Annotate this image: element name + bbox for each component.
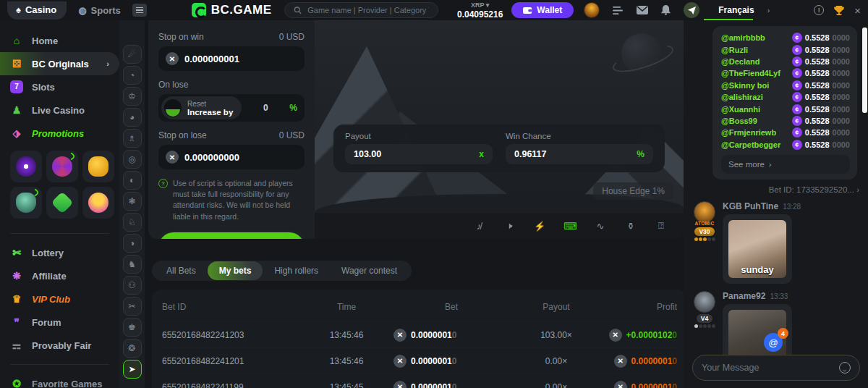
- music-off-icon[interactable]: ♪̸: [472, 221, 485, 232]
- balance-display[interactable]: XRP ▾ 0.04095216: [457, 2, 503, 19]
- increase-by-option[interactable]: Increase by: [187, 108, 233, 117]
- game-shortcut-icon[interactable]: ✂: [123, 297, 142, 316]
- winner-row[interactable]: @Boss99¢0.55280000: [721, 115, 850, 127]
- winner-row[interactable]: @Carpetbegger¢0.55280000: [721, 139, 850, 151]
- chat-username[interactable]: KGB PuhTine: [723, 201, 778, 211]
- sidebar-item-affiliate[interactable]: ❋ Affiliate: [0, 264, 119, 287]
- game-shortcut-icon[interactable]: ♘: [123, 213, 142, 232]
- see-more-button[interactable]: See more ›: [721, 155, 850, 174]
- stop-on-win-input[interactable]: ✕ 0.000000001: [158, 46, 305, 71]
- search-bar[interactable]: [284, 2, 438, 18]
- winner-row[interactable]: @alishirazi¢0.55280000: [721, 91, 850, 103]
- game-shortcut-icon[interactable]: ◔: [123, 66, 142, 85]
- menu-icon[interactable]: [132, 4, 147, 17]
- sidebar-item-lottery[interactable]: ✄ Lottery: [0, 241, 119, 264]
- game-shortcut-icon[interactable]: ❃: [123, 192, 142, 211]
- stats-curve-icon[interactable]: ∿: [594, 221, 607, 232]
- wallet-button[interactable]: Wallet: [511, 2, 574, 18]
- promo-spin-tile[interactable]: [10, 151, 42, 182]
- tab-wager-contest[interactable]: Wager contest: [330, 261, 409, 281]
- bet-id-link[interactable]: Bet ID: 17335292520... ›: [694, 185, 859, 194]
- trophy-icon[interactable]: [834, 6, 844, 15]
- table-row[interactable]: 65520168482241199 13:45:45 ✕0.00000010 0…: [162, 374, 677, 388]
- sidebar-item-provably-fair[interactable]: ⚎ Provably Fair: [0, 334, 119, 357]
- winner-row[interactable]: @TheFiend4Lyf¢0.55280000: [721, 67, 850, 79]
- mention-button[interactable]: @ 4: [764, 333, 783, 352]
- user-avatar[interactable]: [584, 2, 600, 18]
- sidebar-item-home[interactable]: ⌂ Home: [0, 29, 119, 52]
- sidebar-item-promotions[interactable]: ⬗ Promotions: [0, 122, 119, 145]
- promo-wheel-tile[interactable]: [46, 151, 78, 182]
- tab-casino[interactable]: ♠ Casino: [7, 1, 67, 20]
- chat-room-language[interactable]: Français: [718, 5, 754, 15]
- game-shortcut-icon[interactable]: ♞: [123, 255, 142, 274]
- search-input[interactable]: [307, 6, 429, 14]
- sidebar-item-vip-club[interactable]: ♛ VIP Club: [0, 287, 119, 311]
- gif-image[interactable]: sunday: [728, 220, 786, 278]
- game-shortcut-icon[interactable]: ☄: [123, 45, 142, 64]
- reset-option[interactable]: Reset: [187, 100, 233, 108]
- sidebar-item-favorite-games[interactable]: ✪ Favorite Games: [0, 372, 119, 388]
- chat-rules-icon[interactable]: !: [814, 5, 824, 15]
- game-shortcut-icon[interactable]: ◐: [123, 171, 142, 190]
- sidebar-item-slots[interactable]: 7 Slots: [0, 75, 119, 98]
- avatar[interactable]: [694, 201, 715, 223]
- game-shortcut-icon[interactable]: ♔: [123, 87, 142, 106]
- emoji-icon[interactable]: [839, 362, 851, 374]
- sound-off-icon[interactable]: 🕨: [503, 220, 516, 232]
- tab-my-bets[interactable]: My bets: [208, 261, 263, 280]
- help-icon[interactable]: ⍰: [655, 220, 668, 232]
- seed-trash-icon[interactable]: ⚱: [624, 221, 637, 232]
- sidebar-item-live-casino[interactable]: ♟ Live Casino: [0, 98, 119, 122]
- game-shortcut-icon[interactable]: ♗: [123, 129, 142, 148]
- game-shortcut-icon[interactable]: ❂: [123, 339, 142, 358]
- winner-row[interactable]: @Frmjenriewb¢0.55280000: [721, 127, 850, 138]
- sidebar-item-forum[interactable]: ❞ Forum: [0, 311, 119, 334]
- tab-sports[interactable]: ◍ Sports: [78, 5, 121, 16]
- chat-toggle-icon[interactable]: [684, 2, 699, 18]
- promo-tag-tile[interactable]: [46, 187, 78, 219]
- table-row[interactable]: 65520168482241201 13:45:46 ✕0.00000010 0…: [162, 347, 677, 374]
- win-chance-input[interactable]: 0.96117 %: [506, 144, 653, 164]
- payout-x-icon[interactable]: x: [479, 149, 484, 159]
- game-shortcut-icon[interactable]: ◑: [123, 234, 142, 253]
- stop-on-lose-input[interactable]: ✕ 0.000000000: [158, 145, 305, 169]
- on-lose-value-input[interactable]: 0: [242, 103, 289, 113]
- winner-row[interactable]: @amirbbbb¢0.55280000: [721, 32, 850, 43]
- game-shortcut-rocket-icon[interactable]: ➤: [123, 360, 142, 379]
- game-shortcut-icon[interactable]: ♚: [123, 318, 142, 337]
- reset-increase-toggle[interactable]: Reset Increase by: [161, 96, 242, 119]
- winner-row[interactable]: @Skinny boi¢0.55280000: [721, 80, 850, 91]
- game-shortcut-icon[interactable]: ⚇: [123, 276, 142, 295]
- vip-progress-icon[interactable]: [613, 6, 624, 15]
- sidebar-item-bc-originals[interactable]: ⚄ BC Originals ›: [0, 52, 119, 75]
- winner-row[interactable]: @Xuannhi¢0.55280000: [721, 103, 850, 114]
- chat-input-bar: [692, 355, 860, 381]
- chat-scrollbar[interactable]: [862, 28, 867, 113]
- start-auto-bet-button[interactable]: Start Auto Bet: [158, 232, 305, 239]
- promo-coins-tile[interactable]: [82, 187, 114, 219]
- game-shortcut-icon[interactable]: ◕: [123, 108, 142, 127]
- bc-game-logo[interactable]: BC.GAME: [192, 3, 272, 17]
- tab-high-rollers[interactable]: High rollers: [263, 261, 330, 281]
- winner-row[interactable]: @Decland¢0.55280000: [721, 56, 850, 67]
- promo-piggy-tile[interactable]: [82, 151, 114, 182]
- room-chevron-icon[interactable]: ›: [767, 6, 770, 14]
- hotkeys-keyboard-icon[interactable]: ⌨: [563, 221, 576, 232]
- turbo-bolt-icon[interactable]: ⚡: [533, 221, 546, 232]
- bell-icon[interactable]: [661, 5, 671, 15]
- payout-input[interactable]: 103.00 x: [345, 144, 493, 164]
- tab-all-bets[interactable]: All Bets: [155, 261, 208, 281]
- chat-username[interactable]: Paname92: [723, 291, 765, 301]
- table-row[interactable]: 65520168482241203 13:45:46 ✕0.00000010 1…: [162, 321, 677, 347]
- promo-rocket-tile[interactable]: [10, 187, 42, 219]
- message-input[interactable]: [702, 363, 839, 373]
- close-chat-icon[interactable]: ×: [854, 4, 861, 17]
- scale-icon: ⚎: [10, 339, 23, 352]
- game-shortcut-icon[interactable]: ◎: [123, 150, 142, 169]
- currency-selector[interactable]: XRP ▾: [457, 2, 503, 9]
- avatar[interactable]: [694, 291, 715, 313]
- stop-on-win-usd: 0 USD: [279, 32, 305, 42]
- mail-icon[interactable]: [637, 6, 648, 14]
- winner-row[interactable]: @Ruzli¢0.55280000: [721, 43, 850, 55]
